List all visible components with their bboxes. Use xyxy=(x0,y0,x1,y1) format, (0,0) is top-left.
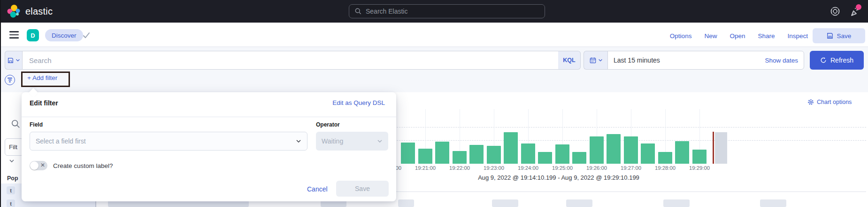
field-placeholder: Select a field first xyxy=(36,137,86,145)
custom-label-text: Create custom label? xyxy=(53,162,113,169)
section-divider xyxy=(396,191,866,192)
operator-placeholder: Waiting xyxy=(322,137,343,145)
histogram-bar[interactable] xyxy=(469,145,484,164)
skeleton-box xyxy=(663,199,690,207)
histogram-bar[interactable] xyxy=(453,151,467,164)
x-axis-tick-label: 19:28:00 xyxy=(655,165,676,171)
skeleton-box xyxy=(398,199,414,207)
histogram-bar[interactable] xyxy=(607,134,621,164)
histogram-bar[interactable] xyxy=(521,143,535,164)
discover-app: elastic Search Elastic D Discover xyxy=(0,0,868,207)
field-combobox[interactable]: Select a field first xyxy=(30,132,307,151)
skeleton-box xyxy=(566,199,592,207)
custom-label-row: ✕ Create custom label? xyxy=(30,161,113,170)
x-axis-tick-label: 19:23:00 xyxy=(484,165,504,171)
x-axis-tick-label: 19:27:00 xyxy=(621,165,641,171)
x-axis-tick-label: 19:25:00 xyxy=(552,165,573,171)
histogram-bar[interactable] xyxy=(658,152,672,164)
chevron-down-icon xyxy=(377,138,383,144)
histogram-bar[interactable] xyxy=(555,144,569,164)
chart-options-link[interactable]: Chart options xyxy=(807,99,852,105)
partial-bucket-bar xyxy=(715,132,727,164)
current-time-marker xyxy=(713,132,714,164)
window-edge xyxy=(0,0,1,207)
x-axis-tick-label: 19:24:00 xyxy=(518,165,538,171)
time-range-caption: Aug 9, 2022 @ 19:14:10.199 - Aug 9, 2022… xyxy=(399,174,718,181)
histogram-bar[interactable] xyxy=(641,143,655,164)
add-filter-button[interactable]: + Add filter xyxy=(27,74,57,81)
histogram-bar[interactable] xyxy=(624,136,638,164)
histogram-bar[interactable] xyxy=(692,150,707,164)
divider xyxy=(22,117,396,117)
histogram-bar[interactable] xyxy=(418,149,432,164)
histogram-bar[interactable] xyxy=(572,152,586,164)
edit-filter-popover: Edit filter Edit as Query DSL Field Oper… xyxy=(22,92,396,201)
skeleton-box xyxy=(760,199,786,207)
field-label: Field xyxy=(30,121,43,128)
histogram-bar[interactable] xyxy=(401,143,415,164)
popover-save-button[interactable]: Save xyxy=(336,181,389,197)
operator-label: Operator xyxy=(316,121,340,128)
gear-icon xyxy=(807,99,814,105)
x-axis-tick-label: 19:22:00 xyxy=(449,165,470,171)
cancel-button[interactable]: Cancel xyxy=(307,185,328,193)
histogram-bar[interactable] xyxy=(675,141,689,164)
skeleton-box xyxy=(492,199,518,207)
chart-options-label: Chart options xyxy=(817,99,852,105)
x-axis-tick-label: 19:26:00 xyxy=(586,165,607,171)
custom-label-toggle[interactable]: ✕ xyxy=(30,161,47,170)
histogram-bar[interactable] xyxy=(590,136,604,164)
edit-as-query-dsl-link[interactable]: Edit as Query DSL xyxy=(332,99,385,106)
popover-title: Edit filter xyxy=(30,99,58,107)
operator-select[interactable]: Waiting xyxy=(316,132,388,151)
x-axis-tick-label: 19:21:00 xyxy=(415,165,436,171)
histogram-bar[interactable] xyxy=(487,146,501,164)
histogram-bar[interactable] xyxy=(435,142,449,164)
x-axis-tick-label: 19:29:00 xyxy=(689,165,710,171)
histogram-bar[interactable] xyxy=(504,132,518,164)
chevron-down-icon xyxy=(296,138,301,144)
histogram-bar[interactable] xyxy=(538,152,552,164)
